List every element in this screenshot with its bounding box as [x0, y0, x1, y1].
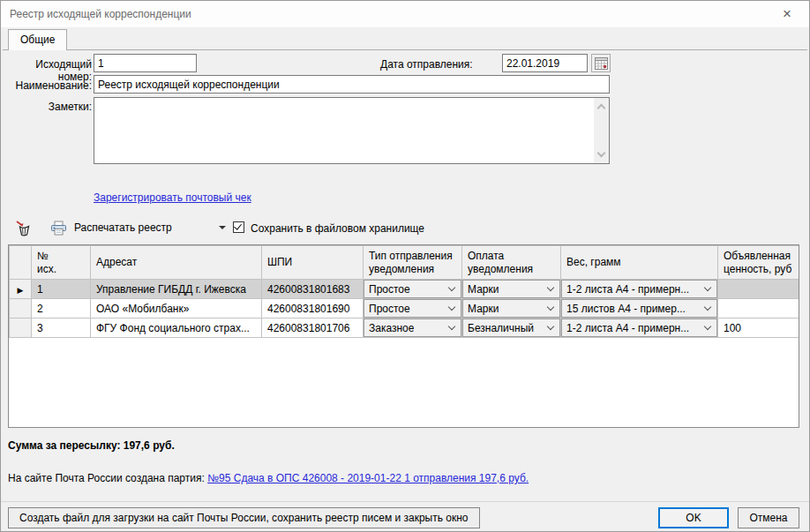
cell-addressee[interactable]: ОАО «Мобилбанк» — [91, 299, 262, 318]
shipping-total: Сумма за пересылку: 197,6 руб. — [8, 439, 175, 452]
send-date-input[interactable] — [502, 54, 588, 72]
col-header-num: № исх. — [32, 246, 91, 280]
scroll-down-icon[interactable] — [597, 149, 606, 158]
batch-line: На сайте Почта России создана партия: №9… — [8, 472, 529, 484]
chevron-down-icon — [704, 303, 711, 311]
save-file-storage-checkbox[interactable] — [233, 221, 244, 233]
table-row[interactable]: 3 ФГУ Фонд социального страх... 42600831… — [10, 318, 800, 338]
tab-general[interactable]: Общие — [8, 29, 67, 50]
payment-dropdown[interactable]: Марки — [462, 299, 560, 318]
weight-dropdown[interactable]: 1-2 листа А4 - примерн... — [561, 280, 717, 298]
send-date-label: Дата отправления: — [380, 58, 473, 71]
cell-addressee[interactable]: Управление ГИБДД г. Ижевска — [91, 280, 262, 299]
cell-declared-value[interactable]: 100 — [718, 318, 800, 338]
tab-divider — [3, 49, 807, 50]
type-dropdown[interactable]: Простое — [364, 299, 461, 318]
cancel-button[interactable]: Отмена — [738, 507, 799, 528]
create-upload-file-button[interactable]: Создать файл для загрузки на сайт Почты … — [8, 507, 480, 528]
cell-num[interactable]: 3 — [32, 318, 91, 338]
col-header-type: Тип отправления уведомления — [364, 246, 462, 280]
current-row-arrow-icon: ▶ — [18, 286, 24, 295]
batch-link[interactable]: №95 Сдача в ОПС 426008 - 2019-01-22 1 от… — [207, 472, 529, 484]
table-row[interactable]: 2 ОАО «Мобилбанк» 42600831801690 Простое… — [10, 299, 800, 318]
table-row[interactable]: ▶ 1 Управление ГИБДД г. Ижевска 42600831… — [10, 280, 800, 299]
ok-button[interactable]: OK — [658, 507, 729, 528]
chevron-down-icon — [547, 323, 554, 330]
notes-field-frame — [94, 97, 610, 164]
cell-declared-value[interactable] — [718, 299, 800, 318]
trash-icon — [14, 219, 34, 238]
titlebar: Реестр исходящей корреспонденции — [1, 1, 809, 27]
notes-scrollbar[interactable] — [594, 98, 609, 163]
cell-declared-value[interactable] — [718, 280, 800, 299]
correspondence-grid: № исх. Адресат ШПИ Тип отправления уведо… — [8, 244, 799, 428]
notes-label: Заметки: — [6, 101, 92, 113]
weight-dropdown[interactable]: 1-2 листа А4 - примерн... — [561, 318, 717, 337]
delete-row-button[interactable] — [12, 217, 35, 240]
print-registry-label: Распечатать реестр — [74, 221, 172, 234]
row-header-cell[interactable] — [10, 318, 32, 338]
close-icon[interactable]: × — [777, 4, 797, 24]
cell-num[interactable]: 1 — [32, 280, 91, 299]
cell-addressee[interactable]: ФГУ Фонд социального страх... — [91, 318, 262, 338]
register-postal-check-link[interactable]: Зарегистрировать почтовый чек — [94, 191, 251, 204]
col-header-declared: Объявленная ценность, руб — [718, 246, 800, 280]
print-registry-button[interactable]: Распечатать реестр — [45, 216, 177, 239]
payment-dropdown[interactable]: Марки — [462, 280, 560, 298]
chevron-down-icon — [448, 303, 455, 311]
chevron-down-icon — [704, 323, 711, 330]
chevron-down-icon — [448, 284, 455, 291]
chevron-down-icon — [448, 323, 455, 330]
printer-icon — [50, 221, 67, 236]
outgoing-number-input[interactable] — [94, 54, 197, 72]
col-header-payment: Оплата уведомления — [462, 246, 561, 280]
chevron-down-icon — [704, 284, 711, 291]
calendar-icon — [595, 57, 608, 70]
weight-dropdown[interactable]: 15 листов А4 - пример... — [561, 299, 717, 318]
save-file-storage-label: Сохранить в файловом хранилище — [251, 222, 424, 235]
checkmark-icon — [234, 221, 242, 229]
notes-textarea[interactable] — [94, 98, 594, 163]
cell-num[interactable]: 2 — [32, 299, 91, 318]
cell-shpi[interactable]: 42600831801706 — [262, 318, 364, 338]
print-dropdown-arrow-icon[interactable] — [219, 226, 226, 229]
cell-shpi[interactable]: 42600831801690 — [262, 299, 364, 318]
calendar-button[interactable] — [591, 54, 611, 72]
row-header-cell[interactable]: ▶ — [10, 280, 32, 299]
col-header-shpi: ШПИ — [262, 246, 364, 280]
payment-dropdown[interactable]: Безналичный — [462, 318, 560, 337]
col-header-weight: Вес, грамм — [561, 246, 718, 280]
row-header-cell[interactable] — [10, 299, 32, 318]
name-label: Наименование: — [6, 79, 92, 92]
chevron-down-icon — [547, 284, 554, 291]
chevron-down-icon — [547, 303, 554, 311]
batch-prefix: На сайте Почта России создана партия: — [8, 472, 205, 484]
dialog-window: Реестр исходящей корреспонденции × Общие… — [0, 0, 810, 532]
name-input[interactable] — [94, 75, 610, 94]
scroll-up-icon[interactable] — [597, 104, 606, 113]
type-dropdown[interactable]: Простое — [364, 280, 461, 298]
window-title: Реестр исходящей корреспонденции — [10, 8, 191, 20]
col-header-addressee: Адресат — [91, 246, 262, 280]
grid-corner-cell — [10, 246, 32, 280]
type-dropdown[interactable]: Заказное — [364, 318, 461, 337]
cell-shpi[interactable]: 42600831801683 — [262, 280, 364, 299]
grid-header-row: № исх. Адресат ШПИ Тип отправления уведо… — [10, 246, 800, 280]
